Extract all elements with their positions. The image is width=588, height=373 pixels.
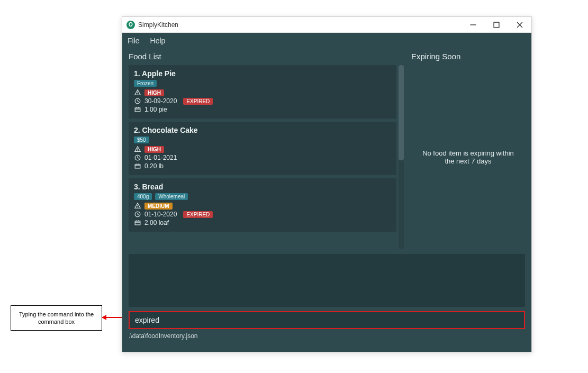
svg-rect-27	[135, 221, 140, 225]
command-input[interactable]	[129, 311, 525, 329]
expiring-panel: Expiring Soon No food item is expiring w…	[409, 49, 531, 249]
expired-badge: EXPIRED	[183, 211, 213, 218]
scrollbar[interactable]	[399, 65, 404, 249]
food-tag: $50	[134, 137, 149, 143]
titlebar: O SimplyKitchen	[122, 17, 531, 33]
app-window: O SimplyKitchen File Help Food List 1. A…	[122, 16, 532, 352]
output-area	[129, 254, 525, 307]
app-icon: O	[126, 21, 135, 29]
quantity-row: 0.20 lb	[134, 162, 391, 170]
window-title: SimplyKitchen	[138, 21, 462, 29]
annotation-text: Typing the command into the command box	[13, 311, 99, 326]
tag-row: 400gWholemeal	[134, 193, 391, 200]
quantity-row: 1.00 pie	[134, 106, 391, 113]
date-row: 01-01-2021	[134, 154, 391, 161]
close-button[interactable]	[508, 17, 531, 33]
svg-rect-9	[135, 108, 140, 112]
window-controls	[462, 17, 531, 33]
quantity-value: 1.00 pie	[144, 106, 167, 113]
svg-line-26	[138, 214, 139, 215]
scrollbar-thumb[interactable]	[399, 65, 404, 160]
tag-row: $50	[134, 137, 391, 143]
close-icon	[516, 21, 523, 29]
svg-point-5	[137, 94, 138, 94]
clock-icon	[134, 211, 141, 218]
minimize-button[interactable]	[462, 17, 485, 33]
clock-icon	[134, 154, 141, 161]
warning-icon	[134, 202, 141, 210]
svg-point-23	[137, 207, 138, 207]
food-title: 1. Apple Pie	[134, 69, 391, 78]
tag-row: Frozen	[134, 80, 391, 87]
maximize-icon	[493, 21, 500, 29]
food-tag: Frozen	[134, 80, 157, 87]
maximize-button[interactable]	[485, 17, 508, 33]
priority-row: HIGH	[134, 145, 391, 153]
priority-row: HIGH	[134, 89, 391, 96]
svg-point-14	[137, 150, 138, 151]
quantity-value: 0.20 lb	[144, 162, 164, 170]
app-body: File Help Food List 1. Apple PieFrozenHI…	[122, 33, 531, 352]
warning-icon	[134, 89, 141, 96]
main-panels: Food List 1. Apple PieFrozenHIGH30-09-20…	[122, 49, 531, 249]
food-title: 2. Chocolate Cake	[134, 126, 391, 134]
statusbar-path: .\data\foodInventory.json	[122, 332, 531, 343]
food-card[interactable]: 1. Apple PieFrozenHIGH30-09-2020EXPIRED1…	[129, 65, 396, 119]
annotation-callout: Typing the command into the command box	[11, 305, 102, 331]
food-list-panel: Food List 1. Apple PieFrozenHIGH30-09-20…	[122, 49, 409, 249]
clock-icon	[134, 97, 141, 105]
priority-row: MEDIUM	[134, 202, 391, 210]
menu-help[interactable]: Help	[150, 37, 166, 45]
priority-badge: HIGH	[144, 89, 164, 96]
food-tag: 400g	[134, 193, 152, 200]
expiring-title: Expiring Soon	[411, 49, 525, 65]
date-row: 30-09-2020EXPIRED	[134, 97, 391, 105]
food-card[interactable]: 2. Chocolate Cake$50HIGH01-01-20210.20 l…	[129, 122, 396, 175]
expiring-message: No food item is expiring within the next…	[411, 65, 525, 249]
box-icon	[134, 219, 141, 226]
expiry-date: 30-09-2020	[144, 97, 177, 105]
quantity-row: 2.00 loaf	[134, 219, 391, 226]
svg-line-8	[138, 101, 139, 102]
box-icon	[134, 106, 141, 113]
date-row: 01-10-2020EXPIRED	[134, 211, 391, 218]
quantity-value: 2.00 loaf	[144, 219, 169, 226]
expiry-date: 01-01-2021	[144, 154, 177, 161]
svg-line-17	[138, 158, 139, 158]
food-list: 1. Apple PieFrozenHIGH30-09-2020EXPIRED1…	[129, 65, 396, 249]
svg-rect-1	[494, 22, 499, 28]
food-list-title: Food List	[129, 49, 404, 65]
expiry-date: 01-10-2020	[144, 211, 177, 218]
minimize-icon	[469, 21, 477, 29]
priority-badge: MEDIUM	[144, 203, 173, 210]
menu-file[interactable]: File	[128, 37, 140, 45]
command-box-wrap	[129, 311, 525, 329]
expired-badge: EXPIRED	[183, 98, 213, 105]
menubar: File Help	[122, 33, 531, 49]
svg-rect-18	[135, 165, 140, 168]
food-tag: Wholemeal	[155, 193, 188, 200]
priority-badge: HIGH	[144, 146, 164, 153]
food-title: 3. Bread	[134, 183, 391, 191]
food-card[interactable]: 3. Bread400gWholemealMEDIUM01-10-2020EXP…	[129, 178, 396, 232]
box-icon	[134, 162, 141, 170]
warning-icon	[134, 145, 141, 153]
food-list-wrap: 1. Apple PieFrozenHIGH30-09-2020EXPIRED1…	[129, 65, 404, 249]
